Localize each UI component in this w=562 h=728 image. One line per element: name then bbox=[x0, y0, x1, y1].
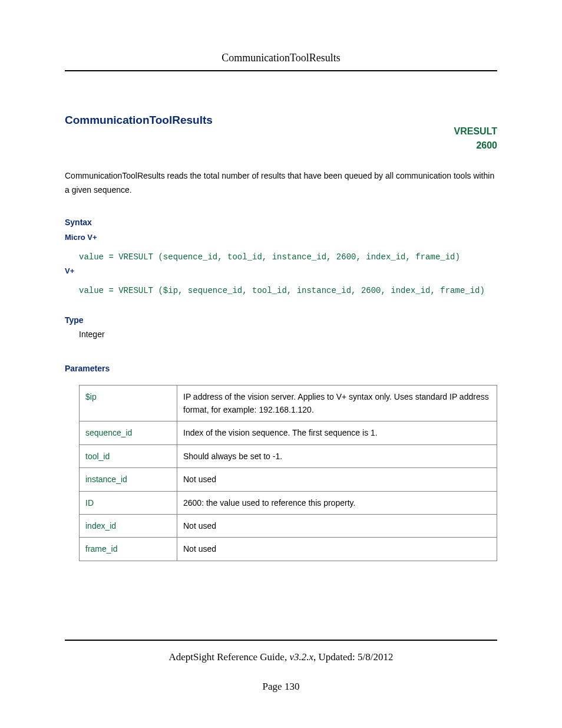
parameters-heading: Parameters bbox=[65, 364, 497, 373]
param-desc: Not used bbox=[177, 514, 497, 537]
param-name: $ip bbox=[80, 385, 177, 421]
param-name: instance_id bbox=[80, 468, 177, 491]
param-name: tool_id bbox=[80, 444, 177, 467]
param-desc: IP address of the vision server. Applies… bbox=[177, 385, 497, 421]
page-footer: AdeptSight Reference Guide, v3.2.x, Upda… bbox=[65, 640, 497, 693]
param-name: ID bbox=[80, 491, 177, 514]
table-row: index_id Not used bbox=[80, 514, 497, 537]
type-heading: Type bbox=[65, 315, 497, 325]
main-title: CommunicationToolResults bbox=[65, 114, 497, 127]
page-number: Page 130 bbox=[65, 681, 497, 693]
type-value: Integer bbox=[79, 330, 497, 339]
param-desc: Should always be set to -1. bbox=[177, 444, 497, 467]
syntax-heading: Syntax bbox=[65, 218, 497, 227]
param-desc: 2600: the value used to reference this p… bbox=[177, 491, 497, 514]
intro-paragraph: CommunicationToolResults reads the total… bbox=[65, 169, 497, 197]
param-desc: Index of the vision sequence. The first … bbox=[177, 421, 497, 444]
header-rule bbox=[65, 70, 497, 71]
table-row: tool_id Should always be set to -1. bbox=[80, 444, 497, 467]
vplus-heading: V+ bbox=[65, 266, 497, 275]
param-desc: Not used bbox=[177, 468, 497, 491]
param-name: sequence_id bbox=[80, 421, 177, 444]
footer-guide: AdeptSight Reference Guide bbox=[169, 651, 285, 663]
parameters-table: $ip IP address of the vision server. App… bbox=[79, 385, 497, 561]
table-row: instance_id Not used bbox=[80, 468, 497, 491]
param-name: frame_id bbox=[80, 538, 177, 561]
table-row: frame_id Not used bbox=[80, 538, 497, 561]
page-header-title: CommunicationToolResults bbox=[65, 0, 497, 70]
footer-updated: , Updated: 5/8/2012 bbox=[313, 651, 394, 663]
microv-code: value = VRESULT (sequence_id, tool_id, i… bbox=[79, 252, 497, 262]
footer-text: AdeptSight Reference Guide, v3.2.x, Upda… bbox=[65, 651, 497, 663]
table-row: $ip IP address of the vision server. App… bbox=[80, 385, 497, 421]
param-name: index_id bbox=[80, 514, 177, 537]
vresult-badge: VRESULT 2600 bbox=[454, 124, 497, 153]
footer-rule bbox=[65, 640, 497, 641]
vresult-label: VRESULT bbox=[454, 124, 497, 139]
param-desc: Not used bbox=[177, 538, 497, 561]
microv-heading: Micro V+ bbox=[65, 233, 497, 242]
footer-version: , v3.2.x bbox=[285, 651, 313, 663]
vplus-code: value = VRESULT ($ip, sequence_id, tool_… bbox=[79, 286, 497, 295]
vresult-code: 2600 bbox=[454, 139, 497, 153]
table-row: ID 2600: the value used to reference thi… bbox=[80, 491, 497, 514]
table-row: sequence_id Index of the vision sequence… bbox=[80, 421, 497, 444]
